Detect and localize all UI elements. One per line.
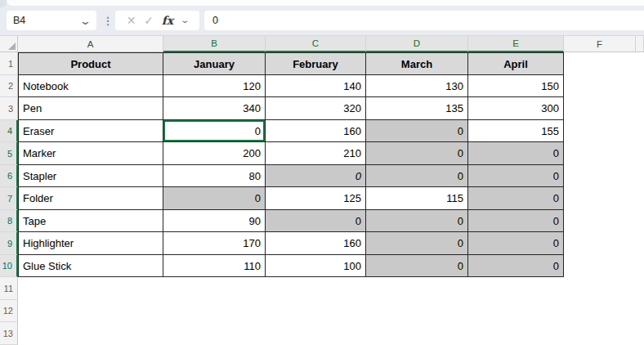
formula-value: 0	[212, 15, 218, 26]
cell-C4[interactable]: 160	[266, 120, 366, 142]
cell-A2[interactable]: Notebook	[18, 75, 163, 97]
cell-C2[interactable]: 140	[266, 75, 366, 97]
select-all-corner[interactable]	[0, 36, 18, 52]
cell-D3[interactable]: 135	[366, 97, 468, 120]
name-box-value: B4	[13, 15, 81, 26]
cell-C6[interactable]: 0	[266, 165, 366, 187]
cell-E4[interactable]: 155	[468, 120, 564, 142]
cell-D4[interactable]: 0	[366, 120, 468, 142]
grid: ABCDEF12345678910111213ProductJanuaryFeb…	[0, 36, 644, 345]
cell-A3[interactable]: Pen	[18, 97, 163, 120]
cell-E2[interactable]: 150	[468, 75, 564, 97]
column-header-E[interactable]: E	[468, 36, 564, 52]
cell-A4[interactable]: Eraser	[18, 120, 163, 142]
column-header-A[interactable]: A	[18, 36, 163, 52]
cell-B7[interactable]: 0	[163, 187, 266, 210]
cell-A1[interactable]: Product	[18, 52, 163, 75]
ribbon-bottom-edge	[7, 0, 644, 6]
cell-B4[interactable]: 0	[163, 120, 266, 142]
cell-E10[interactable]: 0	[468, 255, 564, 277]
column-header-partial[interactable]	[636, 36, 644, 52]
row-header-6[interactable]: 6	[0, 165, 18, 187]
select-all-triangle-icon	[8, 43, 16, 50]
ribbon-corner-notch	[0, 0, 7, 7]
cell-C9[interactable]: 160	[266, 232, 366, 255]
row-header-4[interactable]: 4	[0, 120, 18, 142]
cell-E3[interactable]: 300	[468, 97, 564, 120]
cell-D7[interactable]: 115	[366, 187, 468, 210]
cell-E1[interactable]: April	[468, 52, 564, 75]
formula-bar-row: B4 ⌄ ⋮ ✕ ✓ fx ⌄ 0	[0, 0, 644, 36]
cell-C1[interactable]: February	[266, 52, 366, 75]
enter-icon[interactable]: ✓	[144, 15, 154, 26]
cell-D6[interactable]: 0	[366, 165, 468, 187]
row-header-7[interactable]: 7	[0, 187, 18, 210]
cell-E6[interactable]: 0	[468, 165, 564, 187]
cell-E7[interactable]: 0	[468, 187, 564, 210]
cell-E8[interactable]: 0	[468, 210, 564, 232]
row-header-9[interactable]: 9	[0, 232, 18, 255]
cell-B1[interactable]: January	[163, 52, 266, 75]
cell-B6[interactable]: 80	[163, 165, 266, 187]
cell-E5[interactable]: 0	[468, 142, 564, 165]
excel-window: B4 ⌄ ⋮ ✕ ✓ fx ⌄ 0 ABCDEF1234567891011121…	[0, 0, 644, 345]
cell-E9[interactable]: 0	[468, 232, 564, 255]
cell-D8[interactable]: 0	[366, 210, 468, 232]
column-header-F[interactable]: F	[564, 36, 636, 52]
formula-actions-group: ✕ ✓ fx ⌄	[115, 11, 199, 30]
row-header-2[interactable]: 2	[0, 75, 18, 97]
cell-B9[interactable]: 170	[163, 232, 266, 255]
cell-A8[interactable]: Tape	[18, 210, 163, 232]
row-header-1[interactable]: 1	[0, 52, 18, 75]
cell-A5[interactable]: Marker	[18, 142, 163, 165]
row-header-3[interactable]: 3	[0, 97, 18, 120]
row-header-8[interactable]: 8	[0, 210, 18, 232]
cell-A6[interactable]: Stapler	[18, 165, 163, 187]
cell-D1[interactable]: March	[366, 52, 468, 75]
fx-chevron-icon[interactable]: ⌄	[180, 16, 190, 25]
cell-C7[interactable]: 125	[266, 187, 366, 210]
name-box-chevron-icon[interactable]: ⌄	[79, 16, 92, 26]
cell-D10[interactable]: 0	[366, 255, 468, 277]
column-header-D[interactable]: D	[366, 36, 468, 52]
cell-B8[interactable]: 90	[163, 210, 266, 232]
column-header-B[interactable]: B	[163, 36, 266, 52]
cell-A7[interactable]: Folder	[18, 187, 163, 210]
row-header-5[interactable]: 5	[0, 142, 18, 165]
cell-C8[interactable]: 0	[266, 210, 366, 232]
cell-A9[interactable]: Highlighter	[18, 232, 163, 255]
row-header-11[interactable]: 11	[0, 277, 18, 300]
row-header-12[interactable]: 12	[0, 300, 18, 322]
row-header-13[interactable]: 13	[0, 322, 18, 345]
cell-A10[interactable]: Glue Stick	[18, 255, 163, 277]
formula-bar-drag-handle-icon[interactable]: ⋮	[104, 10, 112, 31]
name-box[interactable]: B4 ⌄	[7, 11, 96, 30]
cell-C5[interactable]: 210	[266, 142, 366, 165]
cell-D5[interactable]: 0	[366, 142, 468, 165]
formula-input[interactable]: 0	[204, 11, 644, 30]
cell-C10[interactable]: 100	[266, 255, 366, 277]
cell-B3[interactable]: 340	[163, 97, 266, 120]
cell-C3[interactable]: 320	[266, 97, 366, 120]
row-header-10[interactable]: 10	[0, 255, 18, 277]
insert-function-icon[interactable]: fx	[162, 15, 173, 26]
cancel-icon[interactable]: ✕	[127, 15, 136, 26]
cell-B2[interactable]: 120	[163, 75, 266, 97]
cell-B5[interactable]: 200	[163, 142, 266, 165]
cell-D9[interactable]: 0	[366, 232, 468, 255]
cell-B10[interactable]: 110	[163, 255, 266, 277]
column-header-C[interactable]: C	[266, 36, 366, 52]
cell-D2[interactable]: 130	[366, 75, 468, 97]
